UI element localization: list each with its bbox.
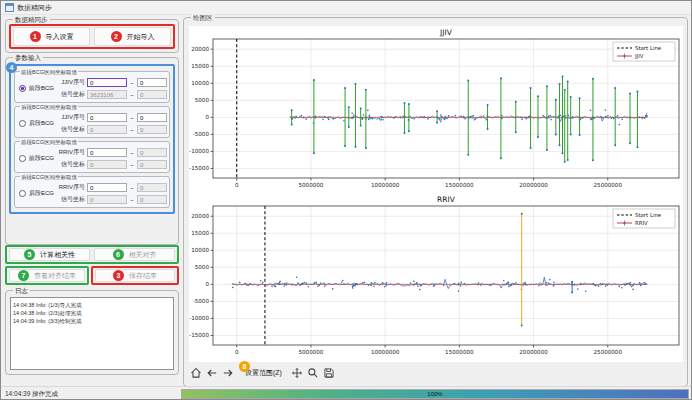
svg-text:JJIV: JJIV	[439, 28, 453, 37]
figure-canvas[interactable]: 0500000010000000150000002000000025000000…	[189, 26, 683, 362]
rear-bcg-group-title: 后段BCG区间坐标取值	[20, 103, 78, 111]
forward-arrow-icon[interactable]	[221, 366, 235, 380]
front-ecg-rriv-to-input	[137, 148, 167, 157]
log-groupbox-title: 日志	[13, 286, 30, 295]
svg-text:25000000: 25000000	[594, 349, 623, 355]
svg-text:15000000: 15000000	[445, 349, 474, 355]
front-bcg-jjiv-to-input[interactable]	[137, 78, 167, 87]
badge-5: 5	[24, 249, 35, 260]
annotation-rect-correlation: 5 计算相关性 6 相关对齐	[5, 245, 179, 264]
app-icon	[5, 3, 14, 12]
rear-ecg-coord-to-input	[137, 195, 167, 204]
save-result-label: 保存结果	[129, 271, 157, 281]
calc-correlation-label: 计算相关性	[40, 250, 75, 260]
start-import-button[interactable]: 2 开始导入	[94, 27, 171, 46]
rear-bcg-jjiv-from-input[interactable]	[87, 113, 127, 122]
action-buttons: 5 计算相关性 6 相关对齐 7 查看对齐结果	[5, 245, 179, 287]
front-bcg-radio-label: 前段BCG	[29, 84, 54, 93]
svg-text:5000000: 5000000	[298, 182, 323, 188]
svg-text:-15000: -15000	[189, 165, 209, 171]
plot-groupbox: 绘图区 050000001000000015000000200000002500…	[183, 17, 688, 387]
front-bcg-group-title: 前段BCG区间坐标取值	[20, 68, 78, 76]
rear-bcg-group: 后段BCG区间坐标取值 后段BCG JJIV序号 ~	[14, 106, 170, 138]
rear-ecg-radio-circle[interactable]	[19, 190, 26, 197]
svg-text:Start Line: Start Line	[635, 45, 662, 51]
pan-icon[interactable]	[290, 366, 304, 380]
annotation-rect-import: 1 导入设置 2 开始导入	[9, 24, 175, 49]
svg-text:-10000: -10000	[189, 148, 209, 154]
svg-text:10000000: 10000000	[371, 349, 400, 355]
annotation-rect-save: 3 保存结果	[91, 266, 179, 285]
save-result-button[interactable]: 3 保存结果	[95, 269, 175, 282]
badge-3: 3	[113, 270, 124, 281]
front-bcg-coord-to-input	[137, 90, 167, 99]
import-settings-label: 导入设置	[46, 32, 74, 42]
front-bcg-jjiv-from-input[interactable]	[87, 78, 127, 87]
rear-ecg-radio[interactable]: 后段ECG	[17, 189, 55, 198]
svg-text:20000: 20000	[191, 213, 209, 219]
badge-7: 7	[18, 270, 29, 281]
back-arrow-icon[interactable]	[205, 366, 219, 380]
set-range-button[interactable]: 8 设置范围(Z)	[245, 368, 282, 378]
tilde: ~	[129, 115, 135, 121]
progress-label: 100%	[427, 391, 442, 397]
sync-groupbox-title: 数据精同步	[13, 15, 50, 24]
svg-text:RRIV: RRIV	[635, 220, 648, 226]
rear-ecg-group-title: 后段ECG区间坐标取值	[20, 173, 78, 181]
import-settings-button[interactable]: 1 导入设置	[13, 27, 90, 46]
corr-align-button[interactable]: 6 相关对齐	[94, 248, 175, 261]
front-ecg-rriv-from-input[interactable]	[87, 148, 127, 157]
jjiv-chart[interactable]: 0500000010000000150000002000000025000000…	[189, 26, 683, 193]
rear-ecg-rriv-from-input[interactable]	[87, 183, 127, 192]
plot-groupbox-title: 绘图区	[191, 13, 215, 22]
svg-text:10000000: 10000000	[371, 182, 400, 188]
rear-bcg-coord-from-input	[87, 125, 127, 134]
rear-bcg-radio-label: 后段BCG	[29, 119, 54, 128]
front-bcg-coord-from-input	[87, 90, 127, 99]
log-entry: 14:04:38 Info: (2/3)处理完成	[13, 309, 171, 317]
zoom-icon[interactable]	[306, 366, 320, 380]
rriv-chart[interactable]: 0500000010000000150000002000000025000000…	[189, 193, 683, 360]
signal-coord-label: 信号坐标	[55, 160, 85, 169]
front-bcg-radio-circle[interactable]	[19, 85, 26, 92]
corr-align-label: 相关对齐	[129, 250, 157, 260]
front-bcg-group: 前段BCG区间坐标取值 前段BCG JJIV序号 ~	[14, 71, 170, 103]
badge-6: 6	[113, 249, 124, 260]
start-import-label: 开始导入	[127, 32, 155, 42]
badge-1: 1	[30, 31, 41, 42]
set-range-label: 设置范围(Z)	[245, 369, 282, 376]
tilde: ~	[129, 197, 135, 203]
front-ecg-radio-circle[interactable]	[19, 155, 26, 162]
rear-bcg-radio[interactable]: 后段BCG	[17, 119, 55, 128]
front-ecg-coord-from-input	[87, 160, 127, 169]
save-icon[interactable]	[322, 366, 336, 380]
params-groupbox: 参数输入 4 前段BCG区间坐标取值 前段BCG JJIV序号	[5, 57, 179, 245]
front-ecg-group-title: 前段ECG区间坐标取值	[20, 138, 78, 146]
svg-text:JJIV: JJIV	[634, 53, 644, 60]
svg-text:0: 0	[235, 182, 239, 188]
rear-bcg-jjiv-to-input[interactable]	[137, 113, 167, 122]
svg-text:0: 0	[205, 114, 209, 120]
view-align-result-button[interactable]: 7 查看对齐结果	[9, 269, 85, 282]
front-ecg-group: 前段ECG区间坐标取值 前段ECG RRIV序号 ~	[14, 141, 170, 173]
rear-ecg-coord-from-input	[87, 195, 127, 204]
front-ecg-radio[interactable]: 前段ECG	[17, 154, 55, 163]
log-list[interactable]: 14:04:38 Info: (1/3)导入完成 14:04:38 Info: …	[10, 297, 174, 370]
signal-coord-label: 信号坐标	[55, 125, 85, 134]
front-ecg-coord-to-input	[137, 160, 167, 169]
log-entry: 14:04:39 Info: (3/3)绘制完成	[13, 317, 171, 325]
badge-2: 2	[111, 31, 122, 42]
jjiv-serial-label: JJIV序号	[55, 113, 85, 122]
titlebar: 数据精同步	[1, 1, 691, 15]
badge-4: 4	[6, 62, 17, 73]
badge-8: 8	[239, 361, 250, 372]
rear-ecg-group: 后段ECG区间坐标取值 后段ECG RRIV序号 ~	[14, 176, 170, 208]
rear-bcg-radio-circle[interactable]	[19, 120, 26, 127]
svg-text:5000000: 5000000	[298, 349, 323, 355]
plot-toolbar: 8 设置范围(Z)	[189, 364, 683, 382]
svg-text:15000: 15000	[191, 63, 209, 69]
tilde: ~	[129, 80, 135, 86]
calc-correlation-button[interactable]: 5 计算相关性	[9, 248, 90, 261]
front-bcg-radio[interactable]: 前段BCG	[17, 84, 55, 93]
home-icon[interactable]	[189, 366, 203, 380]
